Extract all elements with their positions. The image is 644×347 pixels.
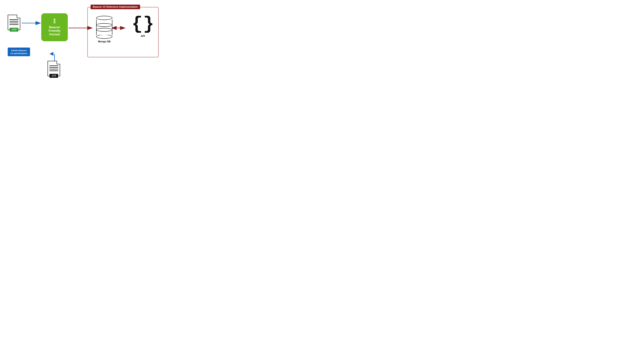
vcf-file-shape: .VCF bbox=[48, 61, 60, 76]
file-line-2 bbox=[10, 21, 18, 22]
csv-badge: .CSV bbox=[10, 28, 18, 32]
vcf-file-line-4 bbox=[49, 71, 58, 71]
svg-point-8 bbox=[54, 19, 55, 20]
vcf-file-icon: .VCF bbox=[48, 61, 60, 76]
cylinder-mid1 bbox=[96, 23, 112, 27]
diagram: .CSV GA4GH Beaconv2 specifications Beaco… bbox=[0, 0, 161, 87]
json-braces: { } bbox=[132, 15, 154, 33]
file-line-1 bbox=[10, 19, 18, 20]
mongodb-label: Mongo DB bbox=[98, 40, 110, 43]
cylinder-wrapper bbox=[96, 16, 112, 39]
dna-icon bbox=[52, 19, 58, 25]
vcf-file-line-2 bbox=[49, 67, 58, 68]
ga4gh-badge-text: GA4GH Beaconv2 specifications bbox=[10, 49, 28, 55]
bff-line1: Beacon bbox=[48, 26, 60, 29]
bff-box: Beacon Friendly Format bbox=[41, 13, 68, 41]
cylinder-mid2 bbox=[96, 28, 112, 32]
bff-line3: Format bbox=[48, 33, 60, 36]
csv-file-icon: .CSV bbox=[8, 15, 20, 30]
bff-text: Beacon Friendly Format bbox=[48, 26, 60, 36]
api-label: API bbox=[141, 35, 145, 38]
csv-file-shape: .CSV bbox=[8, 15, 20, 30]
cylinder-bottom-ellipse bbox=[96, 35, 112, 39]
vcf-badge: .VCF bbox=[50, 74, 58, 78]
mongodb-container: Mongo DB bbox=[96, 16, 112, 43]
beacon-reference-box: Beacon V2 Reference Implementation Mongo… bbox=[87, 7, 159, 57]
cylinder-body bbox=[96, 20, 112, 35]
vcf-file-line-3 bbox=[49, 69, 58, 69]
bff-line2: Friendly bbox=[48, 29, 60, 33]
ga4gh-badge: GA4GH Beaconv2 specifications bbox=[8, 48, 30, 56]
api-container: { } API bbox=[132, 15, 154, 38]
cylinder-top-ellipse bbox=[96, 16, 112, 20]
vcf-file-line-1 bbox=[49, 66, 58, 66]
brace-close: } bbox=[143, 15, 154, 33]
csv-file-lines bbox=[10, 19, 18, 25]
brace-open: { bbox=[132, 15, 142, 33]
vcf-file-lines bbox=[49, 66, 58, 71]
beacon-box-title: Beacon V2 Reference Implementation bbox=[90, 5, 140, 9]
file-line-4 bbox=[10, 24, 18, 25]
file-line-3 bbox=[10, 23, 18, 23]
